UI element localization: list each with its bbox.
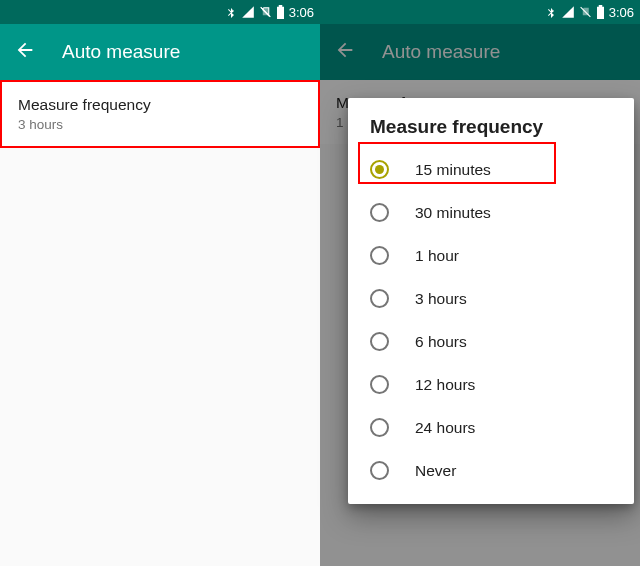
frequency-option[interactable]: 15 minutes [348, 148, 634, 191]
frequency-option[interactable]: Never [348, 449, 634, 492]
option-label: 12 hours [415, 376, 475, 394]
bluetooth-icon [225, 5, 237, 19]
app-bar-title: Auto measure [62, 41, 180, 63]
setting-title: Measure frequency [18, 96, 302, 114]
option-label: 30 minutes [415, 204, 491, 222]
setting-value: 3 hours [18, 117, 302, 132]
option-label: 6 hours [415, 333, 467, 351]
radio-icon [370, 418, 389, 437]
status-time: 3:06 [609, 5, 634, 20]
option-label: 15 minutes [415, 161, 491, 179]
battery-icon [596, 5, 605, 19]
dialog-title: Measure frequency [348, 116, 634, 148]
frequency-option[interactable]: 12 hours [348, 363, 634, 406]
no-sim-icon [579, 5, 592, 19]
option-label: Never [415, 462, 456, 480]
frequency-option[interactable]: 30 minutes [348, 191, 634, 234]
no-sim-icon [259, 5, 272, 19]
radio-icon [370, 160, 389, 179]
radio-icon [370, 332, 389, 351]
settings-content: Measure frequency 3 hours [0, 80, 320, 148]
status-time: 3:06 [289, 5, 314, 20]
frequency-option[interactable]: 24 hours [348, 406, 634, 449]
signal-icon [241, 5, 255, 19]
frequency-option[interactable]: 1 hour [348, 234, 634, 277]
radio-icon [370, 375, 389, 394]
radio-icon [370, 246, 389, 265]
battery-icon [276, 5, 285, 19]
frequency-option[interactable]: 6 hours [348, 320, 634, 363]
status-bar: 3:06 [0, 0, 320, 24]
frequency-dialog: Measure frequency 15 minutes30 minutes1 … [348, 98, 634, 504]
radio-icon [370, 203, 389, 222]
radio-icon [370, 289, 389, 308]
status-bar: 3:06 [320, 0, 640, 24]
signal-icon [561, 5, 575, 19]
frequency-option[interactable]: 3 hours [348, 277, 634, 320]
phone-left: 3:06 Auto measure Measure frequency 3 ho… [0, 0, 320, 566]
option-label: 3 hours [415, 290, 467, 308]
radio-icon [370, 461, 389, 480]
option-label: 1 hour [415, 247, 459, 265]
measure-frequency-row[interactable]: Measure frequency 3 hours [0, 80, 320, 148]
phone-right: 3:06 Auto measure Measure frequency 1 Me… [320, 0, 640, 566]
option-label: 24 hours [415, 419, 475, 437]
back-icon[interactable] [14, 39, 36, 65]
app-bar: Auto measure [0, 24, 320, 80]
bluetooth-icon [545, 5, 557, 19]
